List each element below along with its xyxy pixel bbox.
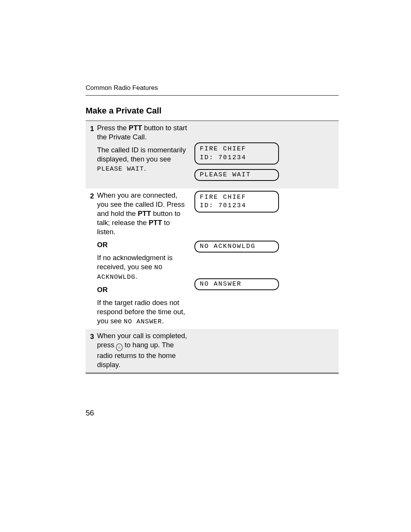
lcd-display: FIRE CHIEF ID: 701234: [194, 142, 279, 165]
or-label: OR: [97, 240, 189, 249]
manual-page: Common Radio Features Make a Private Cal…: [0, 0, 411, 532]
step-display: FIRE CHIEF ID: 701234 NO ACKNOWLDG NO AN…: [192, 191, 337, 295]
step-text: When your call is completed, press ⌂ to …: [97, 331, 192, 369]
step-number: 1: [87, 123, 97, 133]
step-number: 2: [87, 191, 97, 201]
step-text: Press the PTT button to start the Privat…: [97, 123, 192, 173]
home-icon: ⌂: [116, 343, 123, 351]
step-row-2: 2 When you are connected, you see the ca…: [86, 189, 339, 329]
ptt-label: PTT: [149, 219, 162, 227]
text: .: [135, 272, 137, 280]
lcd-display: NO ANSWER: [194, 278, 279, 290]
page-title: Make a Private Call: [86, 105, 339, 117]
step-row-1: 1 Press the PTT button to start the Priv…: [86, 121, 339, 189]
step-text: When you are connected, you see the call…: [97, 191, 192, 326]
ptt-label: PTT: [129, 124, 142, 132]
ptt-label: PTT: [138, 209, 151, 217]
page-number: 56: [86, 408, 94, 418]
step-row-3: 3 When your call is completed, press ⌂ t…: [86, 329, 339, 372]
steps-table: 1 Press the PTT button to start the Priv…: [86, 120, 339, 374]
lcd-display: FIRE CHIEF ID: 701234: [194, 191, 279, 213]
or-label: OR: [97, 285, 189, 294]
header-rule: [86, 95, 339, 96]
lcd-display: NO ACKNOWLDG: [194, 241, 279, 252]
section-header: Common Radio Features: [86, 84, 339, 92]
text: The called ID is momentarily displayed, …: [97, 146, 186, 163]
step-number: 3: [87, 331, 97, 341]
text: .: [144, 164, 146, 172]
step-display: FIRE CHIEF ID: 701234 PLEASE WAIT: [192, 123, 337, 185]
text: .: [162, 317, 164, 325]
lcd-inline: PLEASE WAIT: [97, 165, 144, 173]
lcd-display: PLEASE WAIT: [194, 169, 279, 181]
lcd-inline: NO ANSWER: [124, 318, 162, 325]
text: Press the: [97, 124, 129, 132]
